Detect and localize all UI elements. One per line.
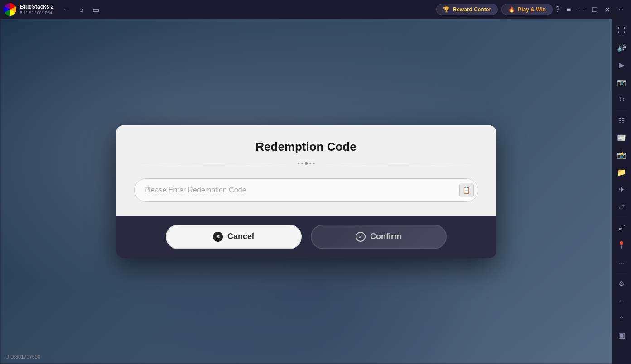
app-version: 5.11.52.1003 P64 [20,10,54,15]
nav-home-icon[interactable]: ⌂ [77,4,86,15]
airplane-icon[interactable]: ✈ [614,182,629,197]
redemption-code-input[interactable] [134,178,478,202]
divider-dot-4 [313,163,315,164]
more-options-icon[interactable]: … [614,254,629,270]
sidebar-divider-3 [616,273,627,273]
modal-title: Redemption Code [134,140,478,154]
play-win-label: Play & Win [518,6,546,13]
video-record-icon[interactable]: ▶ [614,57,629,72]
nav-back-icon[interactable]: ← [61,4,72,15]
location-icon[interactable]: 📍 [614,237,629,253]
paste-button[interactable]: 📋 [459,183,474,197]
modal-divider [134,162,478,165]
divider-line-right [318,163,478,163]
confirm-button[interactable]: ✓ Confirm [311,225,447,249]
cancel-button[interactable]: ✕ Cancel [166,225,302,249]
right-sidebar: ⛶ 🔊 ▶ 📷 ↻ ☷ 📰 📸 📁 ✈ ⥄ 🖌 📍 … ⚙ ← ⌂ ▣ [612,19,631,364]
modal-overlay: Redemption Code 📋 [0,19,612,364]
close-icon[interactable]: ✕ [602,3,613,17]
layers-icon[interactable]: ☷ [614,113,629,128]
topbar-center-buttons: 🏆 Reward Center 🔥 Play & Win [436,4,553,15]
help-icon[interactable]: ? [553,3,562,16]
camera-icon[interactable]: 📷 [614,74,629,90]
reward-center-label: Reward Center [453,6,491,13]
nav-tabs-icon[interactable]: ▭ [91,4,101,16]
redemption-code-modal: Redemption Code 📋 [116,125,496,258]
screenshot-icon[interactable]: 📸 [614,147,629,163]
divider-dot-center [305,162,308,165]
cancel-x-icon: ✕ [213,232,223,242]
folder-icon[interactable]: 📁 [614,164,629,180]
redemption-input-wrapper: 📋 [134,178,478,202]
maximize-icon[interactable]: □ [590,3,600,16]
sidebar-divider-2 [616,217,627,217]
paste-icon: 📋 [462,187,470,194]
settings-icon[interactable]: ⚙ [614,276,629,291]
topbar: BlueStacks 2 5.11.52.1003 P64 ← ⌂ ▭ 🏆 Re… [0,0,631,19]
play-icon: 🔥 [508,6,515,13]
modal-top: Redemption Code 📋 [116,125,496,216]
news-icon[interactable]: 📰 [614,130,629,145]
uid-label: UID:801707500 [5,354,40,359]
reward-icon: 🏆 [443,6,450,13]
fullscreen-icon[interactable]: ⛶ [614,23,629,38]
minimize-icon[interactable]: — [575,3,588,16]
play-win-button[interactable]: 🔥 Play & Win [501,4,553,15]
app-info: BlueStacks 2 5.11.52.1003 P64 [20,4,54,15]
menu-icon[interactable]: ≡ [564,3,573,16]
divider-dot-3 [309,163,311,164]
sidebar-recents-icon[interactable]: ▣ [614,327,629,343]
brush-icon[interactable]: 🖌 [614,220,629,235]
bluestacks-logo [4,3,16,16]
sidebar-divider-1 [616,110,627,110]
sidebar-back-icon[interactable]: ← [614,293,629,308]
resize-icon[interactable]: ⥄ [614,199,629,214]
sidebar-home-icon[interactable]: ⌂ [614,310,629,326]
divider-dots [298,162,315,165]
topbar-nav: ← ⌂ ▭ [61,4,101,16]
confirm-label: Confirm [370,232,401,241]
app-name: BlueStacks 2 [20,4,54,10]
expand-icon[interactable]: ↔ [615,3,627,16]
modal-bottom: ✕ Cancel ✓ Confirm [116,216,496,258]
rotate-icon[interactable]: ↻ [614,91,629,107]
topbar-right-icons: ? ≡ — □ ✕ ↔ [553,3,627,17]
cancel-label: Cancel [227,232,254,241]
divider-dot-1 [298,163,299,164]
divider-line-left [134,163,294,163]
reward-center-button[interactable]: 🏆 Reward Center [436,4,498,15]
divider-dot-2 [301,163,303,164]
volume-icon[interactable]: 🔊 [614,40,629,55]
confirm-check-icon: ✓ [356,232,366,242]
